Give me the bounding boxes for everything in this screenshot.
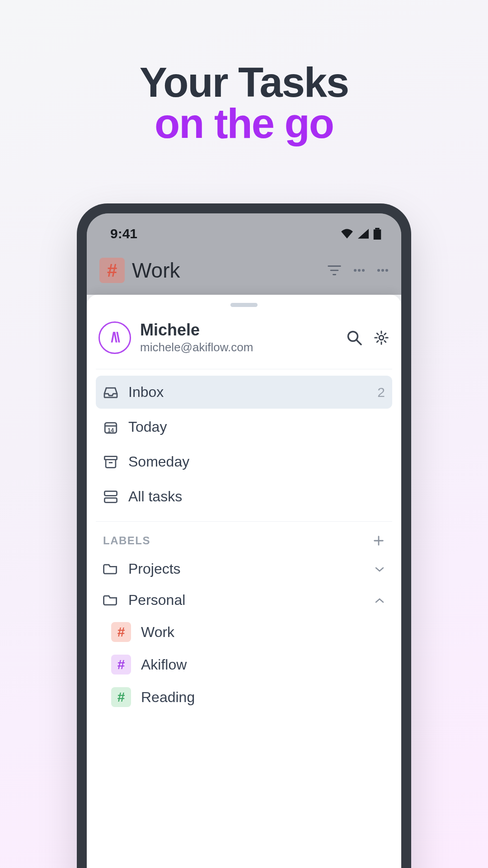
hash-icon: # [111, 655, 131, 675]
drag-handle[interactable] [230, 303, 258, 307]
calendar-icon: 14 [103, 420, 118, 435]
cellular-icon [358, 229, 369, 239]
svg-rect-19 [104, 491, 117, 495]
folder-projects[interactable]: Projects [99, 553, 389, 585]
nav-someday[interactable]: Someday [96, 445, 392, 478]
avatar[interactable]: /\\ [99, 321, 131, 354]
marketing-headline: Your Tasks on the go [0, 0, 488, 147]
folder-personal[interactable]: Personal [99, 585, 389, 616]
svg-rect-17 [104, 456, 117, 459]
tag-label: Akiflow [141, 656, 187, 673]
nav-alltasks[interactable]: All tasks [96, 480, 392, 513]
svg-point-5 [354, 269, 357, 272]
tag-reading[interactable]: # Reading [99, 681, 389, 713]
svg-point-6 [358, 269, 361, 272]
chevron-up-icon [374, 597, 385, 604]
svg-text:14: 14 [108, 427, 114, 434]
nav-label: Someday [128, 453, 189, 470]
add-label-icon[interactable] [372, 534, 385, 547]
chevron-down-icon [374, 566, 385, 573]
svg-point-13 [379, 335, 384, 340]
search-icon[interactable] [346, 330, 362, 346]
labels-title: LABELS [103, 534, 150, 547]
hash-icon: # [111, 687, 131, 707]
nav-count: 2 [377, 385, 385, 400]
nav-label: All tasks [128, 488, 182, 505]
svg-point-9 [381, 269, 384, 272]
status-time: 9:41 [110, 226, 137, 241]
device-screen: 9:41 # Work [87, 213, 401, 868]
profile-row: /\\ Michele michele@akiflow.com [96, 319, 392, 369]
svg-rect-1 [374, 230, 381, 240]
more-icon-2[interactable] [377, 269, 389, 272]
avatar-glyph: /\\ [111, 329, 119, 346]
tag-label: Reading [141, 689, 195, 706]
nav-inbox[interactable]: Inbox 2 [96, 376, 392, 409]
nav-label: Inbox [128, 384, 164, 401]
battery-icon [373, 228, 381, 240]
app-header: # Work [87, 246, 401, 297]
folder-label: Projects [128, 561, 181, 577]
headline-line2: on the go [0, 100, 488, 147]
context-title: Work [132, 258, 320, 283]
nav-today[interactable]: 14 Today [96, 410, 392, 443]
svg-line-12 [357, 340, 361, 344]
hash-icon: # [111, 622, 131, 642]
folder-icon [103, 563, 118, 576]
profile-email: michele@akiflow.com [140, 340, 337, 354]
wifi-icon [341, 229, 353, 239]
device-frame: 9:41 # Work [77, 203, 411, 868]
labels-section: LABELS Projects [96, 521, 392, 713]
filter-icon[interactable] [327, 265, 342, 276]
archive-icon [103, 454, 118, 470]
profile-name: Michele [140, 321, 337, 340]
context-tag-icon: # [99, 258, 125, 283]
tag-work[interactable]: # Work [99, 616, 389, 648]
svg-point-10 [385, 269, 388, 272]
list-icon [103, 489, 118, 505]
inbox-icon [103, 385, 118, 400]
tag-akiflow[interactable]: # Akiflow [99, 648, 389, 681]
folder-label: Personal [128, 592, 185, 609]
nav-label: Today [128, 419, 167, 435]
svg-point-7 [362, 269, 365, 272]
folder-icon [103, 594, 118, 607]
headline-line1: Your Tasks [0, 59, 488, 106]
navigation-sheet: /\\ Michele michele@akiflow.com [87, 295, 401, 868]
svg-rect-20 [104, 498, 117, 502]
settings-icon[interactable] [373, 330, 389, 346]
more-icon[interactable] [353, 269, 365, 272]
tag-label: Work [141, 624, 174, 641]
svg-point-8 [377, 269, 380, 272]
status-bar: 9:41 [87, 213, 401, 246]
svg-rect-0 [375, 228, 379, 230]
status-icons [341, 228, 381, 240]
